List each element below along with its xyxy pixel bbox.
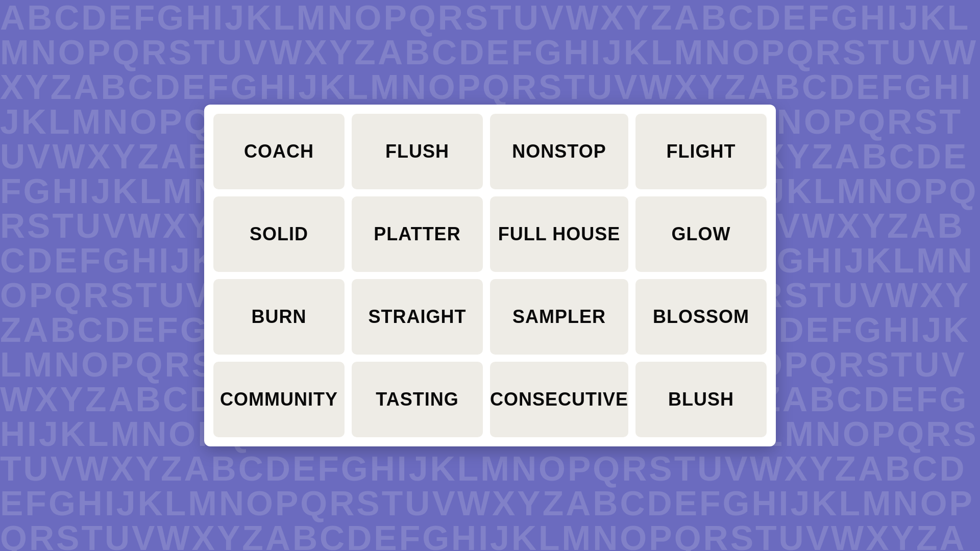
bg-letter: Q <box>482 69 511 104</box>
bg-letter: C <box>837 382 864 416</box>
bg-letter: A <box>378 35 405 69</box>
word-card[interactable]: BLOSSOM <box>635 279 767 355</box>
bg-letter: T <box>755 520 779 551</box>
bg-letter: R <box>839 347 866 382</box>
bg-letter: Z <box>161 451 184 486</box>
bg-letter: K <box>943 312 970 347</box>
word-card[interactable]: TASTING <box>352 362 483 437</box>
bg-letter: C <box>78 312 105 347</box>
word-card-label: FLIGHT <box>667 141 736 162</box>
bg-letter: T <box>136 278 159 312</box>
word-card-label: FULL HOUSE <box>498 223 620 245</box>
bg-letter: S <box>356 486 381 520</box>
bg-letter: W <box>639 69 674 104</box>
word-card[interactable]: COMMUNITY <box>213 362 345 437</box>
bg-letter: R <box>0 208 27 243</box>
word-card-label: NONSTOP <box>512 141 606 162</box>
word-card[interactable]: BLUSH <box>635 362 767 437</box>
bg-letter: T <box>0 451 23 486</box>
bg-letter: O <box>130 104 159 139</box>
bg-letter: P <box>872 416 897 451</box>
bg-letter: B <box>938 208 965 243</box>
bg-letter: J <box>790 486 812 520</box>
bg-letter: W <box>0 382 35 416</box>
bg-letter: X <box>163 208 188 243</box>
bg-letter: J <box>922 312 943 347</box>
bg-letter: I <box>911 312 922 347</box>
bg-letter: B <box>405 35 432 69</box>
bg-letter: N <box>593 520 620 551</box>
bg-letter: K <box>430 451 457 486</box>
bg-letter: U <box>587 69 614 104</box>
word-card-label: FLUSH <box>385 141 449 162</box>
word-card[interactable]: FLIGHT <box>635 114 767 189</box>
bg-letter: N <box>219 486 246 520</box>
word-card[interactable]: FLUSH <box>352 114 483 189</box>
bg-letter: C <box>889 139 916 173</box>
bg-letter: L <box>457 451 481 486</box>
bg-letter: Y <box>862 208 887 243</box>
bg-letter: A <box>74 69 101 104</box>
bg-letter: A <box>911 208 938 243</box>
bg-letter: C <box>802 69 829 104</box>
bg-letter: A <box>748 69 775 104</box>
bg-letter: G <box>48 486 78 520</box>
bg-letter: J <box>490 520 511 551</box>
word-card-label: PLATTER <box>374 223 460 245</box>
bg-letter: O <box>538 451 568 486</box>
bg-letter: H <box>751 486 778 520</box>
bg-letter: X <box>304 35 329 69</box>
bg-letter: G <box>103 243 132 278</box>
bg-letter: Q <box>593 451 622 486</box>
bg-letter: M <box>562 520 593 551</box>
word-card[interactable]: STRAIGHT <box>352 279 483 355</box>
bg-letter: L <box>139 173 163 208</box>
bg-letter: H <box>883 312 910 347</box>
bg-letter: N <box>327 0 354 35</box>
bg-letter: V <box>614 69 639 104</box>
bg-letter: K <box>60 416 87 451</box>
word-card[interactable]: NONSTOP <box>490 114 628 189</box>
bg-letter: F <box>157 312 180 347</box>
bg-letter: I <box>80 173 91 208</box>
word-card[interactable]: SOLID <box>213 196 345 272</box>
bg-letter: L <box>947 0 971 35</box>
bg-letter: G <box>231 69 260 104</box>
bg-letter: T <box>193 35 217 69</box>
bg-letter: C <box>0 243 27 278</box>
bg-letter: M <box>370 69 401 104</box>
bg-letter: T <box>564 69 587 104</box>
bg-letter: L <box>347 69 370 104</box>
word-card[interactable]: PLATTER <box>352 196 483 272</box>
word-card-label: BLUSH <box>668 389 734 410</box>
bg-letter: Y <box>60 382 85 416</box>
bg-letter: I <box>833 243 845 278</box>
bg-letter: O <box>428 69 457 104</box>
bg-letter: B <box>292 520 320 551</box>
bg-letter: V <box>432 486 457 520</box>
word-card[interactable]: GLOW <box>635 196 767 272</box>
bg-letter: K <box>787 173 814 208</box>
word-card[interactable]: BURN <box>213 279 345 355</box>
bg-letter: D <box>829 69 856 104</box>
bg-letter: E <box>374 520 399 551</box>
bg-letter: Z <box>242 520 265 551</box>
word-card[interactable]: FULL HOUSE <box>490 196 628 272</box>
bg-letter: S <box>56 520 81 551</box>
bg-letter: K <box>624 35 651 69</box>
bg-letter: Q <box>858 104 887 139</box>
bg-letter: L <box>165 486 188 520</box>
bg-letter: G <box>777 243 806 278</box>
bg-letter: X <box>920 278 945 312</box>
word-card-label: STRAIGHT <box>368 306 466 328</box>
word-card[interactable]: COACH <box>213 114 345 189</box>
bg-letter: Z <box>51 69 74 104</box>
word-card[interactable]: CONSECUTIVE <box>490 362 628 437</box>
bg-letter: O <box>355 0 384 35</box>
bg-letter: T <box>940 104 963 139</box>
bg-letter: S <box>914 104 939 139</box>
word-card-label: BURN <box>251 306 306 328</box>
word-card[interactable]: SAMPLER <box>490 279 628 355</box>
bg-letter: I <box>287 69 299 104</box>
bg-letter: H <box>78 486 105 520</box>
